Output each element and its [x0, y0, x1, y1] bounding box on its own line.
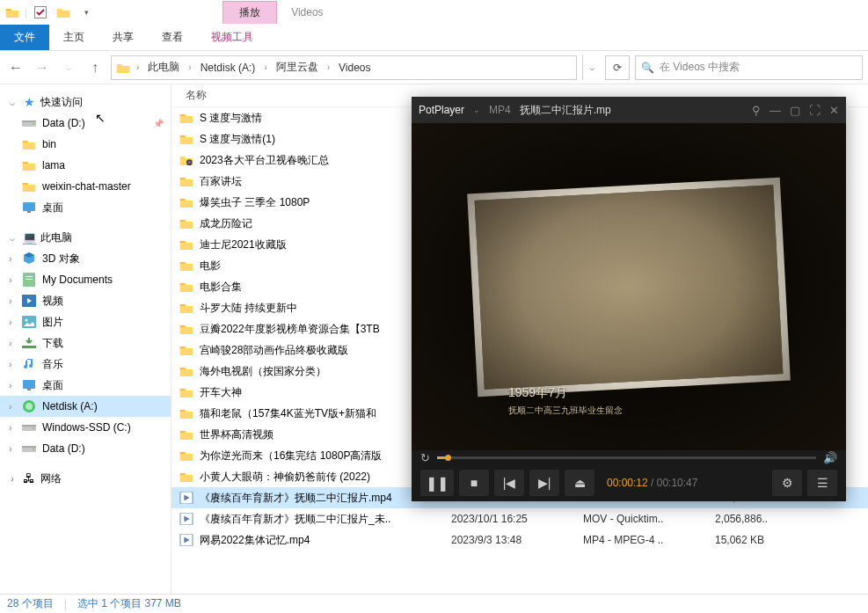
file-row[interactable]: 《赓续百年育新才》抚顺二中汇报片_未.. 2023/10/1 16:25 MOV… [171, 508, 868, 529]
settings-button[interactable]: ⚙ [772, 470, 802, 496]
ribbon-tab-view[interactable]: 查看 [148, 25, 197, 50]
chevron-down-icon[interactable]: ⌄ [473, 106, 480, 114]
chevron-right-icon[interactable]: › [324, 62, 333, 72]
breadcrumb-root-icon[interactable] [115, 60, 131, 76]
nav-item[interactable]: 桌面 [0, 197, 171, 218]
nav-forward-button[interactable]: → [32, 57, 53, 78]
progress-knob[interactable] [445, 455, 451, 461]
svg-point-3 [33, 123, 34, 125]
qat-checkbox-icon[interactable] [31, 3, 50, 22]
nav-item[interactable]: 3D 对象 [0, 248, 171, 269]
folder-icon [179, 300, 194, 316]
nav-item[interactable]: Windows-SSD (C:) [0, 417, 171, 438]
svg-point-11 [26, 319, 28, 322]
nav-item[interactable]: Data (D:) [0, 438, 171, 459]
pause-button[interactable]: ❚❚ [420, 470, 454, 496]
search-input[interactable]: 🔍 在 Videos 中搜索 [635, 55, 863, 80]
chevron-right-icon[interactable]: › [185, 62, 194, 72]
nav-quick-access-header[interactable]: ⌵ ★ 快速访问 [0, 91, 171, 113]
stop-button[interactable]: ■ [459, 470, 489, 496]
chevron-right-icon[interactable]: › [7, 474, 18, 484]
file-date: 2023/10/1 16:25 [451, 513, 583, 525]
nav-network-header[interactable]: › 🖧 网络 [0, 468, 171, 489]
nav-back-button[interactable]: ← [5, 57, 26, 78]
chevron-right-icon[interactable]: › [260, 62, 270, 72]
folder-icon [179, 321, 194, 337]
qat-folder-icon[interactable] [54, 3, 73, 22]
file-type: MOV - Quicktim.. [583, 513, 715, 525]
progress-track[interactable] [437, 456, 816, 459]
nav-item[interactable]: weixin-chat-master [0, 176, 171, 197]
network-icon: 🖧 [21, 471, 37, 486]
file-row[interactable]: 网易2022集体记忆.mp4 2023/9/3 13:48 MP4 - MPEG… [171, 529, 868, 551]
nav-item[interactable]: Netdisk (A:) [0, 396, 171, 417]
volume-icon[interactable]: 🔊 [823, 451, 837, 464]
loop-icon[interactable]: ↻ [420, 451, 430, 464]
desktop-icon [21, 377, 37, 393]
nav-item-label: 下载 [42, 336, 63, 351]
nav-item-label: My Documents [42, 274, 113, 286]
drive-icon [21, 420, 37, 435]
nav-item-label: Data (D:) [42, 117, 85, 129]
qat-dropdown-icon[interactable]: ▾ [77, 3, 96, 22]
column-header-name[interactable]: 名称 [179, 88, 451, 103]
close-icon[interactable]: ✕ [829, 104, 839, 117]
contextual-tab-play[interactable]: 播放 [222, 1, 277, 24]
nav-item[interactable]: 音乐 [0, 354, 171, 375]
video-canvas[interactable]: 1959年7月 抚顺二中高三九班毕业生留念 [412, 123, 846, 450]
nav-this-pc-header[interactable]: ⌵ 💻 此电脑 [0, 227, 171, 248]
potplayer-format: MP4 [489, 104, 511, 116]
pin-icon[interactable]: ⚲ [752, 104, 761, 117]
breadcrumb-folder1[interactable]: 阿里云盘 [273, 58, 322, 77]
potplayer-window: PotPlayer ⌄ MP4 抚顺二中汇报片.mp ⚲ — ▢ ⛶ ✕ 195… [412, 97, 846, 501]
address-dropdown[interactable]: ⌵ [582, 55, 600, 80]
nav-item[interactable]: Data (D:) [0, 113, 171, 134]
ribbon-tab-home[interactable]: 主页 [49, 25, 98, 50]
playlist-button[interactable]: ☰ [807, 470, 837, 496]
breadcrumb-drive[interactable]: Netdisk (A:) [197, 60, 259, 76]
ribbon-tab-video-tools[interactable]: 视频工具 [197, 25, 267, 50]
breadcrumb-this-pc[interactable]: 此电脑 [144, 58, 183, 77]
refresh-button[interactable]: ⟳ [605, 55, 630, 80]
nav-item[interactable]: 图片 [0, 311, 171, 332]
pc-icon: 💻 [21, 230, 37, 245]
status-selection: 选中 1 个项目 377 MB [77, 596, 181, 611]
progress-bar[interactable]: ↻ 🔊 [412, 450, 846, 464]
breadcrumb[interactable]: › 此电脑 › Netdisk (A:) › 阿里云盘 › Videos [111, 55, 577, 80]
nav-item[interactable]: 桌面 [0, 375, 171, 396]
minimize-icon[interactable]: — [770, 104, 781, 117]
ribbon-tab-file[interactable]: 文件 [0, 25, 49, 50]
svg-rect-7 [26, 276, 33, 277]
nav-item[interactable]: bin [0, 134, 171, 155]
potplayer-titlebar[interactable]: PotPlayer ⌄ MP4 抚顺二中汇报片.mp ⚲ — ▢ ⛶ ✕ [412, 97, 846, 123]
nav-item[interactable]: 视频 [0, 290, 171, 311]
nav-item[interactable]: lama [0, 155, 171, 176]
svg-rect-4 [23, 202, 35, 211]
next-button[interactable]: ▶| [529, 470, 559, 496]
chevron-down-icon[interactable]: ⌵ [7, 98, 18, 107]
svg-point-23 [188, 161, 191, 164]
address-bar: ← → ⌵ ↑ › 此电脑 › Netdisk (A:) › 阿里云盘 › Vi… [0, 51, 868, 84]
folder-icon [179, 258, 194, 274]
chevron-right-icon[interactable]: › [133, 62, 142, 72]
svg-point-18 [33, 427, 34, 429]
svg-rect-13 [23, 380, 35, 389]
chevron-down-icon[interactable]: ⌵ [7, 233, 18, 243]
folder-icon [21, 157, 37, 173]
maximize-icon[interactable]: ▢ [790, 104, 800, 117]
current-time: 00:00:12 [607, 477, 648, 489]
nav-item[interactable]: 下载 [0, 332, 171, 354]
breadcrumb-folder2[interactable]: Videos [335, 60, 374, 76]
nav-item[interactable]: My Documents [0, 269, 171, 290]
fullscreen-icon[interactable]: ⛶ [809, 104, 821, 117]
nav-recent-dropdown[interactable]: ⌵ [58, 57, 79, 78]
ribbon-tab-share[interactable]: 共享 [98, 25, 148, 50]
video-icon [179, 511, 194, 527]
nav-network-label: 网络 [40, 471, 62, 486]
video-icon [179, 532, 194, 548]
nav-this-pc-label: 此电脑 [40, 230, 72, 245]
prev-button[interactable]: |◀ [494, 470, 524, 496]
video-caption: 1959年7月 [508, 385, 567, 401]
eject-button[interactable]: ⏏ [565, 470, 594, 496]
nav-up-button[interactable]: ↑ [84, 57, 106, 78]
